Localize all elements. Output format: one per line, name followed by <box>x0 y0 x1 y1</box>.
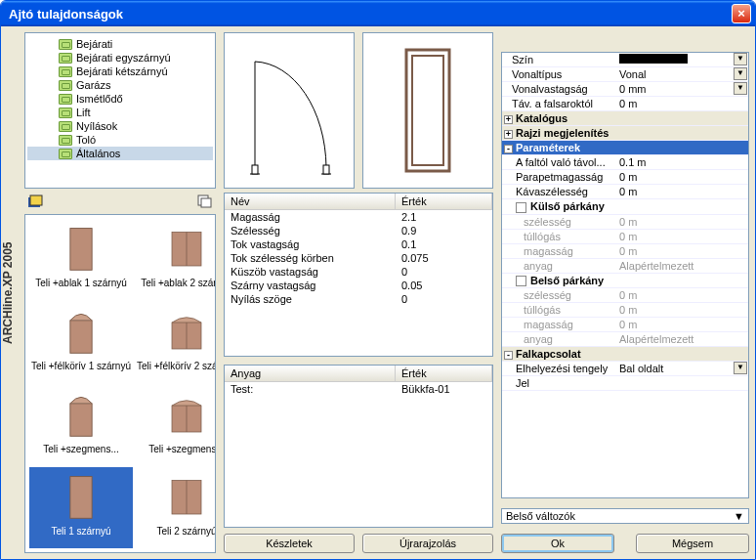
tree-label: Garázs <box>76 79 110 91</box>
prop-group-header[interactable]: -Paraméterek <box>502 141 748 155</box>
close-button[interactable]: × <box>732 4 751 23</box>
table-row[interactable]: Tok szélesség körben0.075 <box>225 251 492 265</box>
checkbox[interactable] <box>516 202 526 213</box>
door-icon <box>163 387 210 442</box>
table-row[interactable]: Küszöb vastagság0 <box>225 265 492 279</box>
titlebar[interactable]: Ajtó tulajdonságok × <box>1 1 755 26</box>
expand-icon[interactable]: + <box>504 115 513 124</box>
prop-row[interactable]: magasság0 m <box>502 318 748 332</box>
thumb-label: Teli 1 szárnyú <box>31 526 131 537</box>
expand-icon[interactable]: + <box>504 130 513 139</box>
titlebar-title: Ajtó tulajdonságok <box>9 7 123 22</box>
table-body[interactable]: Test:Bükkfa-01 <box>225 382 492 528</box>
thumbnail-item[interactable]: Teli +szegmens... <box>29 385 133 466</box>
prop-row[interactable]: Vonalvastagság0 mm▼ <box>502 82 748 97</box>
prop-row[interactable]: Belső párkány <box>502 274 748 289</box>
thumb-label: Teli +félkörív 1 szárnyú <box>31 361 131 371</box>
prop-group-header[interactable]: +Rajzi megjelenítés <box>502 126 748 141</box>
prop-row[interactable]: anyagAlapértelmezett <box>502 332 748 347</box>
tree-item[interactable]: Lift <box>27 106 213 119</box>
door-icon <box>163 221 210 276</box>
thumbnail-item[interactable]: Teli +félkörív 1 szárnyú <box>29 302 133 383</box>
thumb-label: Teli +ablak 2 szárnyú <box>137 278 216 288</box>
tree-item[interactable]: Garázs <box>27 78 213 92</box>
thumbnail-grid[interactable]: Teli +ablak 1 szárnyúTeli +ablak 2 szárn… <box>24 214 216 553</box>
svg-rect-3 <box>201 198 211 207</box>
preview-row <box>224 32 493 189</box>
cancel-button[interactable]: Mégsem <box>636 534 749 553</box>
table-row[interactable]: Szárny vastagság0.05 <box>225 279 492 292</box>
prop-row[interactable]: Parapetmagasság0 m <box>502 170 748 185</box>
thumb-label: Teli +szegmens... <box>31 444 131 454</box>
prop-row[interactable]: magasság0 m <box>502 244 748 259</box>
table-row[interactable]: Test:Bükkfa-01 <box>225 382 492 396</box>
prop-row[interactable]: Táv. a falsaroktól0 m <box>502 97 748 111</box>
tree-item[interactable]: Bejárati kétszárnyú <box>27 65 213 78</box>
copy-icon[interactable] <box>196 193 214 210</box>
thumbnail-item[interactable]: Teli +szegmens... <box>135 385 216 466</box>
thumbnail-item[interactable]: Teli +ablak 1 szárnyú <box>29 219 133 300</box>
prop-row[interactable]: A faltól való távol...0.1 m <box>502 155 748 170</box>
prop-group-header[interactable]: -Falkapcsolat <box>502 347 748 362</box>
combo-label: Belső változók <box>506 510 575 522</box>
tree-item[interactable]: Nyílások <box>27 119 213 133</box>
variables-combo[interactable]: Belső változók ▼ <box>501 508 749 524</box>
chevron-down-icon[interactable]: ▼ <box>734 53 747 65</box>
preview-3d <box>362 32 493 189</box>
tree-item[interactable]: Bejárati egyszárnyú <box>27 51 213 65</box>
col-name[interactable]: Anyag <box>225 366 396 381</box>
tree-item[interactable]: Bejárati <box>27 37 213 51</box>
thumb-label: Teli +szegmens... <box>137 444 216 454</box>
middle-buttons: Készletek Újrarajzolás <box>224 534 493 553</box>
expand-icon[interactable]: - <box>504 145 513 153</box>
prop-row[interactable]: Elhelyezési tengelyBal oldalt▼ <box>502 362 748 376</box>
ok-button[interactable]: Ok <box>501 534 614 553</box>
col-value[interactable]: Érték <box>396 366 492 381</box>
checkbox[interactable] <box>516 276 526 286</box>
category-tree[interactable]: BejáratiBejárati egyszárnyúBejárati kéts… <box>24 32 216 189</box>
table-header[interactable]: Anyag Érték <box>225 366 492 382</box>
prop-row[interactable]: szélesség0 m <box>502 215 748 230</box>
table-header[interactable]: Név Érték <box>225 194 492 210</box>
chevron-down-icon[interactable]: ▼ <box>734 362 747 374</box>
svg-rect-17 <box>323 165 329 174</box>
tree-label: Lift <box>76 107 91 118</box>
palette-icon[interactable] <box>26 193 44 210</box>
table-row[interactable]: Magasság2.1 <box>225 210 492 224</box>
svg-rect-10 <box>70 403 92 435</box>
prop-group-header[interactable]: +Katalógus <box>502 111 748 126</box>
svg-rect-16 <box>252 165 258 174</box>
prop-row[interactable]: Jel <box>502 376 748 391</box>
expand-icon[interactable]: - <box>504 351 513 360</box>
prop-row[interactable]: Kávaszélesség0 m <box>502 185 748 199</box>
chevron-down-icon[interactable]: ▼ <box>734 67 747 80</box>
redraw-button[interactable]: Újrarajzolás <box>362 534 493 553</box>
door-icon <box>163 469 210 524</box>
prop-row[interactable]: Szín▼ <box>502 53 748 67</box>
tree-item[interactable]: Ismétlődő <box>27 92 213 106</box>
presets-button[interactable]: Készletek <box>224 534 355 553</box>
col-name[interactable]: Név <box>225 194 396 209</box>
folder-icon <box>59 135 72 146</box>
thumbnail-item[interactable]: Teli 2 szárnyú <box>135 467 216 548</box>
prop-row[interactable]: anyagAlapértelmezett <box>502 259 748 274</box>
table-row[interactable]: Tok vastagság0.1 <box>225 237 492 251</box>
property-grid[interactable]: Szín▼VonaltípusVonal▼Vonalvastagság0 mm▼… <box>501 52 749 498</box>
table-body[interactable]: Magasság2.1Szélesség0.9Tok vastagság0.1T… <box>225 210 492 356</box>
left-column: BejáratiBejárati egyszárnyúBejárati kéts… <box>24 32 216 553</box>
prop-row[interactable]: VonaltípusVonal▼ <box>502 67 748 82</box>
table-row[interactable]: Szélesség0.9 <box>225 224 492 237</box>
prop-row[interactable]: túllógás0 m <box>502 303 748 318</box>
chevron-down-icon[interactable]: ▼ <box>734 82 747 95</box>
thumbnail-item[interactable]: Teli +félkörív 2 szárnyú <box>135 302 216 383</box>
tree-item[interactable]: Toló <box>27 133 213 147</box>
thumbnail-item[interactable]: Teli 1 szárnyú <box>29 467 133 548</box>
svg-rect-7 <box>70 321 92 353</box>
prop-row[interactable]: Külső párkány <box>502 199 748 215</box>
prop-row[interactable]: szélesség0 m <box>502 288 748 303</box>
prop-row[interactable]: túllógás0 m <box>502 230 748 244</box>
thumbnail-item[interactable]: Teli +ablak 2 szárnyú <box>135 219 216 300</box>
tree-item[interactable]: Általános <box>27 147 213 160</box>
col-value[interactable]: Érték <box>396 194 492 209</box>
table-row[interactable]: Nyílás szöge0 <box>225 292 492 306</box>
